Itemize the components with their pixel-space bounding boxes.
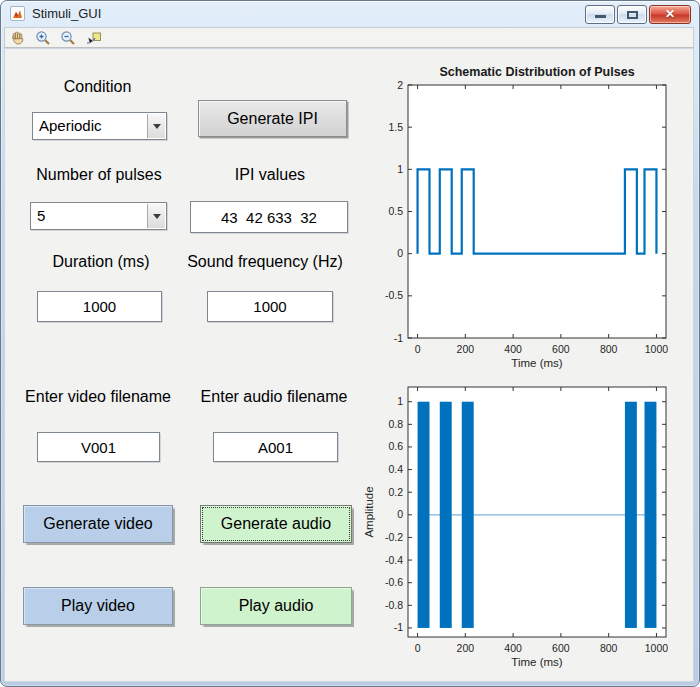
- play-audio-button[interactable]: Play audio: [200, 587, 352, 625]
- condition-label: Condition: [30, 78, 165, 96]
- condition-select[interactable]: Aperiodic: [32, 112, 167, 140]
- svg-text:Time (ms): Time (ms): [511, 656, 562, 668]
- svg-text:600: 600: [552, 642, 570, 654]
- svg-text:0.5: 0.5: [388, 205, 403, 217]
- svg-text:Amplitude: Amplitude: [363, 486, 375, 537]
- number-of-pulses-label: Number of pulses: [20, 166, 178, 184]
- svg-text:0.2: 0.2: [388, 486, 403, 498]
- sound-frequency-input[interactable]: [207, 291, 333, 322]
- svg-text:Schematic Distribution of Puls: Schematic Distribution of Pulses: [439, 65, 634, 79]
- maximize-button[interactable]: [617, 5, 647, 24]
- svg-text:2: 2: [397, 79, 403, 91]
- condition-value: Aperiodic: [39, 117, 102, 134]
- video-filename-input[interactable]: [37, 432, 160, 462]
- figure-toolbar: [4, 27, 694, 48]
- svg-text:1: 1: [397, 163, 403, 175]
- data-cursor-icon[interactable]: [84, 29, 102, 47]
- svg-text:200: 200: [457, 343, 475, 355]
- close-icon: ✕: [650, 6, 690, 23]
- svg-text:600: 600: [552, 343, 570, 355]
- svg-text:0: 0: [397, 508, 403, 520]
- svg-text:200: 200: [457, 642, 475, 654]
- zoom-out-icon[interactable]: [59, 29, 77, 47]
- svg-text:-1: -1: [394, 621, 403, 633]
- play-video-button[interactable]: Play video: [23, 587, 173, 625]
- svg-text:0.8: 0.8: [388, 418, 403, 430]
- svg-text:-0.6: -0.6: [385, 576, 403, 588]
- svg-text:-1: -1: [394, 332, 403, 344]
- minimize-button[interactable]: [585, 5, 615, 24]
- window-title: Stimuli_GUI: [32, 6, 101, 21]
- svg-text:1.5: 1.5: [388, 121, 403, 133]
- maximize-icon: [627, 11, 638, 19]
- svg-text:400: 400: [504, 642, 522, 654]
- audio-filename-input[interactable]: [213, 432, 338, 462]
- stimuli-gui-window: { "window": { "title": "Stimuli_GUI", "c…: [0, 0, 700, 687]
- audio-filename-label: Enter audio filename: [188, 388, 360, 406]
- ipi-values-input[interactable]: [190, 201, 348, 233]
- svg-text:1000: 1000: [645, 343, 669, 355]
- svg-text:Time (ms): Time (ms): [511, 357, 562, 369]
- svg-text:-0.4: -0.4: [385, 554, 403, 566]
- duration-input[interactable]: [37, 291, 162, 322]
- svg-text:-0.8: -0.8: [385, 599, 403, 611]
- svg-text:-0.5: -0.5: [385, 289, 403, 301]
- titlebar[interactable]: Stimuli_GUI ✕: [0, 0, 700, 27]
- audio-waveform-chart: 02004006008001000-1-0.8-0.6-0.4-0.200.20…: [360, 373, 693, 680]
- svg-text:0.6: 0.6: [388, 440, 403, 452]
- generate-ipi-button[interactable]: Generate IPI: [198, 100, 347, 137]
- generate-video-button[interactable]: Generate video: [23, 505, 173, 543]
- close-button[interactable]: ✕: [649, 5, 691, 24]
- sound-frequency-label: Sound frequency (Hz): [176, 253, 354, 271]
- num-pulses-select[interactable]: 5: [30, 202, 167, 230]
- svg-text:1000: 1000: [645, 642, 669, 654]
- pan-hand-icon[interactable]: [9, 29, 27, 47]
- zoom-in-icon[interactable]: [34, 29, 52, 47]
- svg-text:0: 0: [415, 343, 421, 355]
- generate-audio-button[interactable]: Generate audio: [200, 505, 352, 543]
- chevron-down-icon[interactable]: [147, 114, 165, 138]
- svg-text:400: 400: [504, 343, 522, 355]
- svg-text:0: 0: [397, 247, 403, 259]
- svg-text:0: 0: [415, 642, 421, 654]
- schematic-pulse-chart: 02004006008001000-1-0.500.511.52Schemati…: [368, 60, 693, 372]
- svg-text:0.4: 0.4: [388, 463, 403, 475]
- chevron-down-icon[interactable]: [147, 204, 165, 228]
- svg-text:800: 800: [600, 343, 618, 355]
- svg-text:1: 1: [397, 395, 403, 407]
- duration-label: Duration (ms): [25, 253, 177, 271]
- video-filename-label: Enter video filename: [10, 388, 186, 406]
- minimize-icon: [595, 15, 606, 18]
- matlab-logo-icon: [10, 6, 25, 21]
- num-pulses-value: 5: [37, 207, 45, 224]
- svg-text:800: 800: [600, 642, 618, 654]
- ipi-values-label: IPI values: [195, 166, 345, 184]
- svg-text:-0.2: -0.2: [385, 531, 403, 543]
